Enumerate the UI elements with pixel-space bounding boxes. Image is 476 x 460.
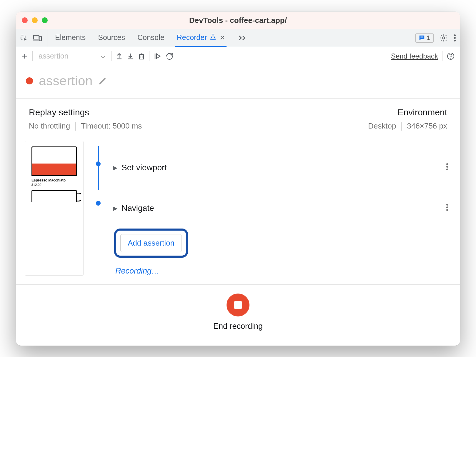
svg-point-11 [454, 37, 456, 39]
add-assertion-highlight: Add assertion [114, 229, 451, 258]
chevron-down-icon [101, 52, 105, 60]
dimensions-value[interactable]: 346×756 px [407, 121, 447, 131]
window-title: DevTools - coffee-cart.app/ [16, 16, 460, 25]
svg-rect-1 [34, 35, 39, 39]
screenshot-thumbnail[interactable]: Espresso Macchiato $12.00 [25, 141, 84, 276]
devtools-window: DevTools - coffee-cart.app/ Elements Sou… [16, 12, 460, 346]
tab-label: Console [137, 33, 164, 42]
timeline [89, 141, 107, 276]
svg-rect-7 [420, 36, 423, 37]
environment-settings: Environment Desktop 346×756 px [368, 107, 447, 131]
performance-replay-icon[interactable] [165, 52, 174, 60]
tab-label: Elements [55, 33, 86, 42]
close-tab-icon[interactable] [220, 33, 225, 42]
tab-console[interactable]: Console [136, 29, 166, 47]
recording-title: assertion [39, 74, 93, 88]
svg-point-31 [446, 209, 448, 211]
replay-settings: Replay settings No throttling Timeout: 5… [29, 107, 142, 131]
svg-point-12 [454, 40, 456, 41]
titlebar: DevTools - coffee-cart.app/ [16, 12, 460, 29]
thumbnail-price: $12.00 [27, 183, 81, 189]
step-label: Navigate [122, 204, 154, 213]
step-navigate[interactable]: ▶ Navigate [113, 197, 451, 220]
issues-count: 1 [427, 34, 430, 42]
svg-point-28 [446, 169, 448, 170]
minimize-window-button[interactable] [32, 17, 38, 23]
end-recording-button[interactable] [227, 294, 249, 316]
experiment-icon [210, 33, 216, 42]
environment-heading: Environment [368, 107, 447, 117]
throttling-value[interactable]: No throttling [29, 121, 70, 131]
tab-elements[interactable]: Elements [53, 29, 87, 47]
end-recording-label: End recording [213, 322, 263, 331]
replay-heading: Replay settings [29, 107, 142, 117]
svg-rect-17 [139, 54, 144, 59]
svg-rect-3 [39, 36, 41, 41]
timeline-node [96, 161, 101, 166]
step-menu-icon[interactable] [443, 163, 451, 173]
tab-label: Sources [98, 33, 125, 42]
expand-icon: ▶ [113, 205, 117, 212]
stop-icon [234, 301, 242, 309]
recording-dropdown[interactable]: assertion [37, 52, 107, 60]
divider [401, 122, 402, 131]
recording-indicator-icon [26, 77, 33, 84]
send-feedback-link[interactable]: Send feedback [391, 52, 438, 60]
footer: End recording [16, 284, 460, 346]
thumbnail-product: Espresso Macchiato [27, 178, 81, 183]
new-recording-icon[interactable] [21, 53, 28, 60]
dropdown-value: assertion [39, 52, 68, 60]
edit-title-icon[interactable] [99, 77, 107, 85]
devtools-tabstrip: Elements Sources Console Recorder [16, 29, 460, 47]
steps-area: Espresso Macchiato $12.00 ▶ Set viewport [16, 141, 460, 284]
timeline-node [96, 201, 101, 206]
step-menu-icon[interactable] [443, 204, 451, 213]
settings-icon[interactable] [440, 34, 448, 42]
recording-status: Recording… [115, 266, 451, 276]
recorder-toolbar: assertion Send feedback [16, 47, 460, 65]
svg-point-9 [442, 37, 445, 39]
svg-point-29 [446, 204, 448, 206]
add-assertion-button[interactable]: Add assertion [120, 234, 182, 252]
step-set-viewport[interactable]: ▶ Set viewport [113, 156, 451, 179]
svg-point-27 [446, 166, 448, 168]
divider [75, 122, 76, 131]
inspect-element-icon[interactable] [20, 34, 28, 42]
svg-point-10 [454, 34, 456, 36]
recording-header: assertion [16, 65, 460, 99]
step-label: Set viewport [122, 163, 167, 172]
settings-row: Replay settings No throttling Timeout: 5… [16, 99, 460, 141]
device-value[interactable]: Desktop [368, 121, 396, 131]
more-tabs-icon[interactable] [238, 29, 247, 47]
svg-point-26 [446, 163, 448, 165]
expand-icon: ▶ [113, 164, 117, 171]
import-icon[interactable] [127, 52, 134, 60]
issues-badge[interactable]: 1 [415, 33, 434, 43]
tab-recorder[interactable]: Recorder [175, 29, 227, 47]
close-window-button[interactable] [22, 17, 28, 23]
svg-point-30 [446, 206, 448, 208]
tab-sources[interactable]: Sources [96, 29, 127, 47]
export-icon[interactable] [116, 52, 123, 60]
steps-list: ▶ Set viewport ▶ Navigate Add assertion [113, 141, 451, 276]
delete-icon[interactable] [138, 52, 145, 60]
timeout-value[interactable]: Timeout: 5000 ms [81, 121, 142, 131]
svg-rect-8 [420, 37, 423, 38]
kebab-menu-icon[interactable] [454, 34, 456, 42]
tab-label: Recorder [177, 33, 207, 42]
help-icon[interactable] [447, 52, 455, 60]
device-toolbar-icon[interactable] [33, 34, 42, 42]
maximize-window-button[interactable] [42, 17, 48, 23]
message-icon [419, 35, 425, 41]
replay-icon[interactable] [154, 52, 161, 60]
svg-point-25 [450, 58, 451, 58]
traffic-lights [22, 17, 48, 23]
